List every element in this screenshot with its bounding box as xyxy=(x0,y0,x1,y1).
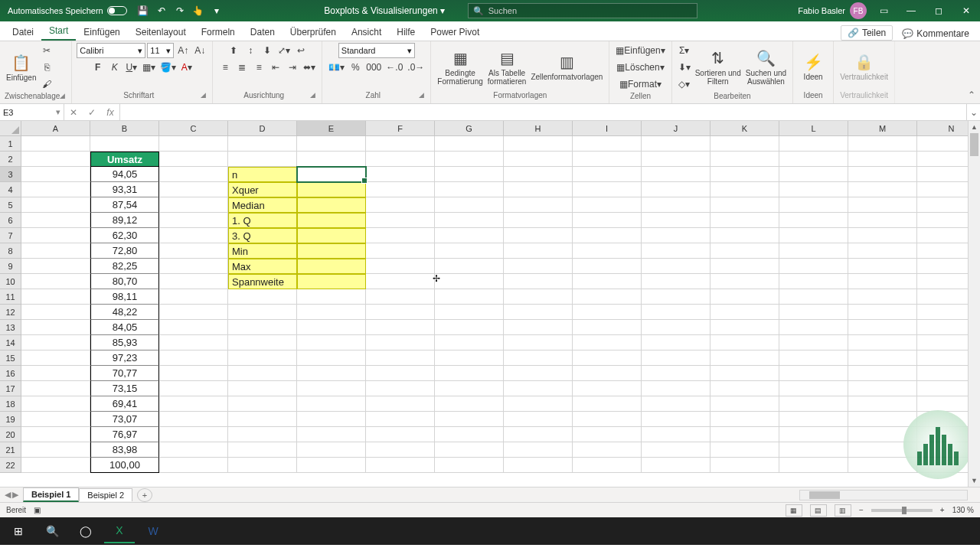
cell-F8[interactable] xyxy=(366,243,435,259)
cell-J6[interactable] xyxy=(642,213,710,228)
cell-I19[interactable] xyxy=(573,412,642,427)
scroll-down-icon[interactable]: ▼ xyxy=(969,474,980,487)
cell-F22[interactable] xyxy=(366,458,435,473)
cell-F7[interactable] xyxy=(366,228,435,243)
cell-E7[interactable] xyxy=(297,228,366,243)
cell-M4[interactable] xyxy=(848,182,917,197)
cell-H11[interactable] xyxy=(504,289,573,305)
cell-M17[interactable] xyxy=(848,381,917,396)
cell-C16[interactable] xyxy=(159,366,228,381)
cell-F12[interactable] xyxy=(366,305,435,320)
macro-record-icon[interactable]: ▣ xyxy=(34,506,41,514)
cell-C17[interactable] xyxy=(159,381,228,396)
cell-J8[interactable] xyxy=(642,243,710,259)
cell-A19[interactable] xyxy=(21,412,90,427)
cell-A6[interactable] xyxy=(21,213,90,228)
cell-A14[interactable] xyxy=(21,335,90,350)
cell-I13[interactable] xyxy=(573,320,642,335)
cell-A11[interactable] xyxy=(21,289,90,305)
scroll-thumb[interactable] xyxy=(970,133,978,156)
cell-B9[interactable]: 82,25 xyxy=(90,259,159,274)
cell-C2[interactable] xyxy=(159,152,228,167)
cut-icon[interactable]: ✂ xyxy=(39,43,54,58)
cell-B8[interactable]: 72,80 xyxy=(90,243,159,259)
cell-L3[interactable] xyxy=(779,167,848,182)
find-select-button[interactable]: 🔍Suchen und Auswählen xyxy=(744,45,788,90)
cell-B6[interactable]: 89,12 xyxy=(90,213,159,228)
sheet-next-icon[interactable]: ▶ xyxy=(12,490,18,500)
cell-K16[interactable] xyxy=(710,366,779,381)
cell-I11[interactable] xyxy=(573,289,642,305)
cell-J15[interactable] xyxy=(642,350,710,366)
cell-B10[interactable]: 80,70 xyxy=(90,274,159,289)
cell-L10[interactable] xyxy=(779,274,848,289)
cell-G6[interactable] xyxy=(435,213,504,228)
cell-G2[interactable] xyxy=(435,152,504,167)
cell-A13[interactable] xyxy=(21,320,90,335)
cell-C11[interactable] xyxy=(159,289,228,305)
paste-button[interactable]: 📋Einfügen xyxy=(5,45,38,90)
cell-I9[interactable] xyxy=(573,259,642,274)
cell-G1[interactable] xyxy=(435,136,504,152)
cell-B19[interactable]: 73,07 xyxy=(90,412,159,427)
cell-L14[interactable] xyxy=(779,335,848,350)
cell-K13[interactable] xyxy=(710,320,779,335)
decrease-decimal-icon[interactable]: .0→ xyxy=(406,60,426,75)
cell-E10[interactable] xyxy=(297,274,366,289)
cell-B21[interactable]: 83,98 xyxy=(90,442,159,458)
undo-icon[interactable]: ↶ xyxy=(155,4,168,18)
tab-seitenlayout[interactable]: Seitenlayout xyxy=(128,24,194,41)
autosum-icon[interactable]: Σ▾ xyxy=(677,43,692,58)
col-header-F[interactable]: F xyxy=(366,121,435,136)
underline-button[interactable]: U▾ xyxy=(124,60,139,75)
maximize-icon[interactable]: ◻ xyxy=(928,2,949,19)
row-header-3[interactable]: 3 xyxy=(0,167,21,182)
cell-H15[interactable] xyxy=(504,350,573,366)
row-header-4[interactable]: 4 xyxy=(0,182,21,197)
cell-J4[interactable] xyxy=(642,182,710,197)
cell-F16[interactable] xyxy=(366,366,435,381)
cell-I18[interactable] xyxy=(573,396,642,412)
cell-M16[interactable] xyxy=(848,366,917,381)
zoom-out-icon[interactable]: − xyxy=(859,506,864,514)
cell-H12[interactable] xyxy=(504,305,573,320)
align-left-icon[interactable]: ≡ xyxy=(217,60,233,75)
cell-E12[interactable] xyxy=(297,305,366,320)
cell-D18[interactable] xyxy=(228,396,297,412)
cell-D21[interactable] xyxy=(228,442,297,458)
row-header-21[interactable]: 21 xyxy=(0,442,21,458)
cell-B17[interactable]: 73,15 xyxy=(90,381,159,396)
col-header-I[interactable]: I xyxy=(573,121,642,136)
cell-G5[interactable] xyxy=(435,197,504,213)
cell-A3[interactable] xyxy=(21,167,90,182)
horizontal-scrollbar[interactable] xyxy=(799,490,968,500)
cell-J20[interactable] xyxy=(642,427,710,442)
col-header-K[interactable]: K xyxy=(710,121,779,136)
cell-F15[interactable] xyxy=(366,350,435,366)
row-header-8[interactable]: 8 xyxy=(0,243,21,259)
cell-J1[interactable] xyxy=(642,136,710,152)
cell-L7[interactable] xyxy=(779,228,848,243)
col-header-C[interactable]: C xyxy=(159,121,228,136)
cell-G11[interactable] xyxy=(435,289,504,305)
wrap-text-icon[interactable]: ↩ xyxy=(293,43,309,58)
increase-indent-icon[interactable]: ⇥ xyxy=(285,60,300,75)
cell-F11[interactable] xyxy=(366,289,435,305)
cell-J19[interactable] xyxy=(642,412,710,427)
cell-C20[interactable] xyxy=(159,427,228,442)
page-break-view-icon[interactable]: ▥ xyxy=(835,504,851,517)
cell-I4[interactable] xyxy=(573,182,642,197)
cell-L9[interactable] xyxy=(779,259,848,274)
cell-F1[interactable] xyxy=(366,136,435,152)
cell-H14[interactable] xyxy=(504,335,573,350)
cell-G8[interactable] xyxy=(435,243,504,259)
cell-E19[interactable] xyxy=(297,412,366,427)
cell-J5[interactable] xyxy=(642,197,710,213)
font-size-select[interactable]: 11▾ xyxy=(147,43,174,58)
tab-daten[interactable]: Daten xyxy=(243,24,283,41)
cell-A8[interactable] xyxy=(21,243,90,259)
cell-I12[interactable] xyxy=(573,305,642,320)
col-header-A[interactable]: A xyxy=(21,121,90,136)
cell-M1[interactable] xyxy=(848,136,917,152)
cell-G16[interactable] xyxy=(435,366,504,381)
